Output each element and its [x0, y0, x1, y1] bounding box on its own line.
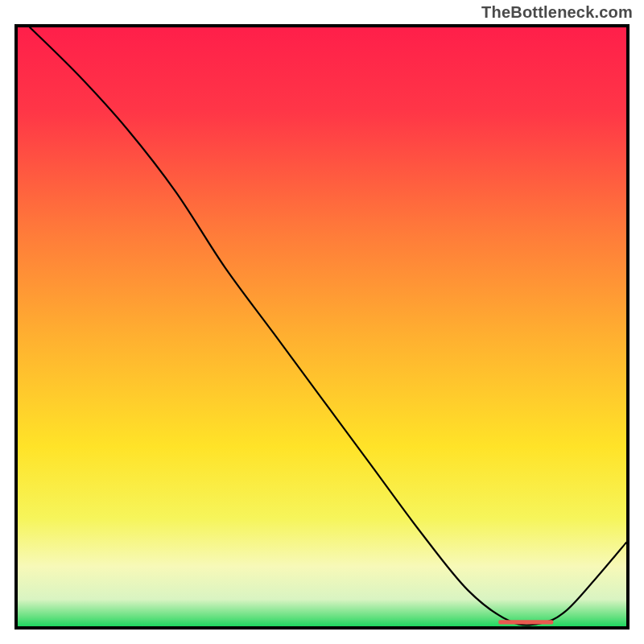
- svg-rect-1: [498, 620, 553, 624]
- optimal-range-marker: [18, 27, 626, 626]
- watermark-text: TheBottleneck.com: [481, 3, 633, 22]
- plot-area: [14, 24, 630, 630]
